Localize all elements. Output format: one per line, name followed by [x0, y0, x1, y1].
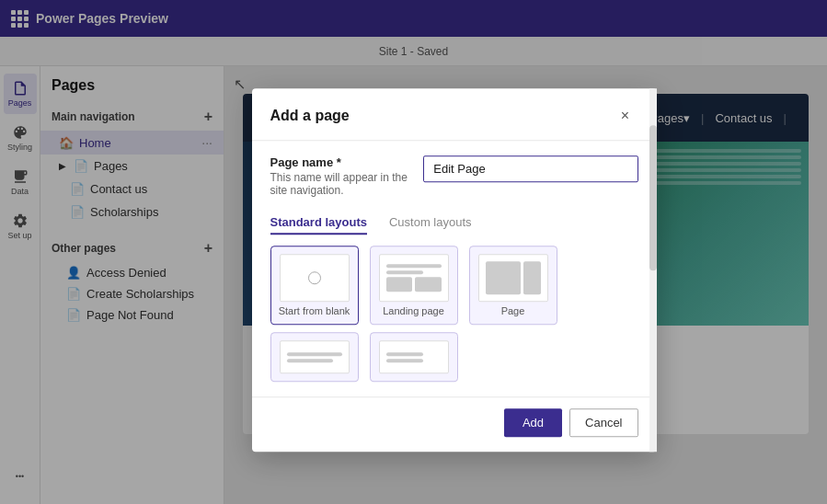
- page-name-row: Page name * This name will appear in the…: [270, 155, 638, 197]
- layout-section: Standard layouts Custom layouts Start fr…: [270, 215, 638, 382]
- page-name-input[interactable]: [423, 155, 637, 182]
- layout-blank-label: Start from blank: [279, 305, 350, 316]
- add-button[interactable]: Add: [504, 408, 562, 437]
- field-label: Page name *: [270, 155, 409, 169]
- layout-page-label: Page: [501, 305, 525, 316]
- modal-header: Add a page ×: [252, 88, 657, 141]
- modal-title: Add a page: [270, 108, 350, 124]
- layout-landing-label: Landing page: [383, 305, 444, 316]
- layout-page-preview: [478, 254, 548, 302]
- layout-row2-1-preview: [280, 340, 350, 373]
- layout-card-landing[interactable]: Landing page: [370, 246, 458, 325]
- layout-row2-2-preview: [379, 340, 449, 373]
- field-left: Page name * This name will appear in the…: [270, 155, 409, 197]
- tab-standard-layouts[interactable]: Standard layouts: [270, 215, 367, 235]
- modal-footer: Add Cancel: [252, 396, 657, 444]
- add-page-modal: Add a page × Page name * This name will …: [252, 88, 657, 452]
- layout-card-page[interactable]: Page: [469, 246, 557, 325]
- tab-custom-layouts[interactable]: Custom layouts: [389, 215, 472, 235]
- modal-body: Page name * This name will appear in the…: [252, 141, 657, 396]
- layout-card-row2-1[interactable]: [270, 332, 359, 382]
- layout-blank-preview: [280, 254, 350, 302]
- layout-tabs: Standard layouts Custom layouts: [270, 215, 638, 235]
- modal-scrollbar-thumb[interactable]: [649, 125, 657, 270]
- layout-cards-row2: [270, 332, 638, 382]
- modal-close-button[interactable]: ×: [613, 103, 638, 129]
- layout-landing-preview: [379, 254, 449, 302]
- close-icon: ×: [621, 108, 629, 124]
- modal-scrollbar-track: [649, 88, 657, 452]
- layout-card-row2-2[interactable]: [370, 332, 458, 382]
- cancel-button[interactable]: Cancel: [569, 408, 637, 437]
- layout-cards-row1: Start from blank Land: [270, 246, 638, 325]
- field-hint: This name will appear in the site naviga…: [270, 171, 409, 197]
- layout-card-blank[interactable]: Start from blank: [270, 246, 359, 325]
